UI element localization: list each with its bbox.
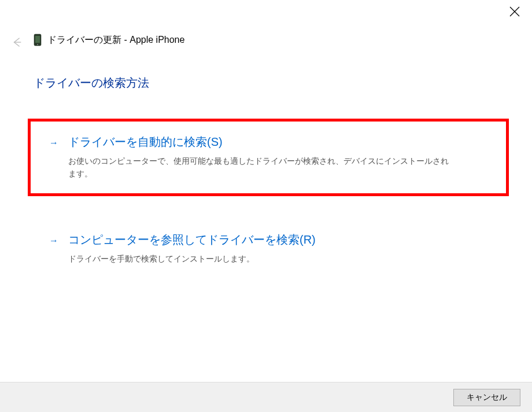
dialog-header: ドライバーの更新 - Apple iPhone: [34, 34, 184, 46]
cancel-button[interactable]: キャンセル: [453, 389, 520, 406]
device-icon: [34, 34, 42, 46]
arrow-left-icon: [10, 36, 23, 49]
option-title: ドライバーを自動的に検索(S): [68, 134, 494, 150]
arrow-right-icon: →: [49, 236, 58, 246]
svg-rect-4: [35, 36, 40, 43]
arrow-right-icon: →: [49, 138, 58, 148]
instruction-text: ドライバーの検索方法: [34, 75, 509, 91]
dialog-title: ドライバーの更新 - Apple iPhone: [47, 34, 184, 46]
close-button[interactable]: [509, 6, 520, 17]
option-browse-computer[interactable]: → コンピューターを参照してドライバーを検索(R) ドライバーを手動で検索してイ…: [34, 219, 509, 278]
option-description: お使いのコンピューターで、使用可能な最も適したドライバーが検索され、デバイスにイ…: [68, 154, 450, 181]
back-button[interactable]: [10, 36, 23, 51]
svg-point-5: [37, 44, 38, 45]
option-auto-search[interactable]: → ドライバーを自動的に検索(S) お使いのコンピューターで、使用可能な最も適し…: [28, 119, 509, 196]
option-title: コンピューターを参照してドライバーを検索(R): [68, 232, 497, 248]
dialog-content: ドライバーの検索方法 → ドライバーを自動的に検索(S) お使いのコンピューター…: [34, 75, 509, 301]
close-icon: [509, 6, 520, 17]
dialog-footer: キャンセル: [0, 382, 532, 412]
option-description: ドライバーを手動で検索してインストールします。: [68, 252, 450, 265]
